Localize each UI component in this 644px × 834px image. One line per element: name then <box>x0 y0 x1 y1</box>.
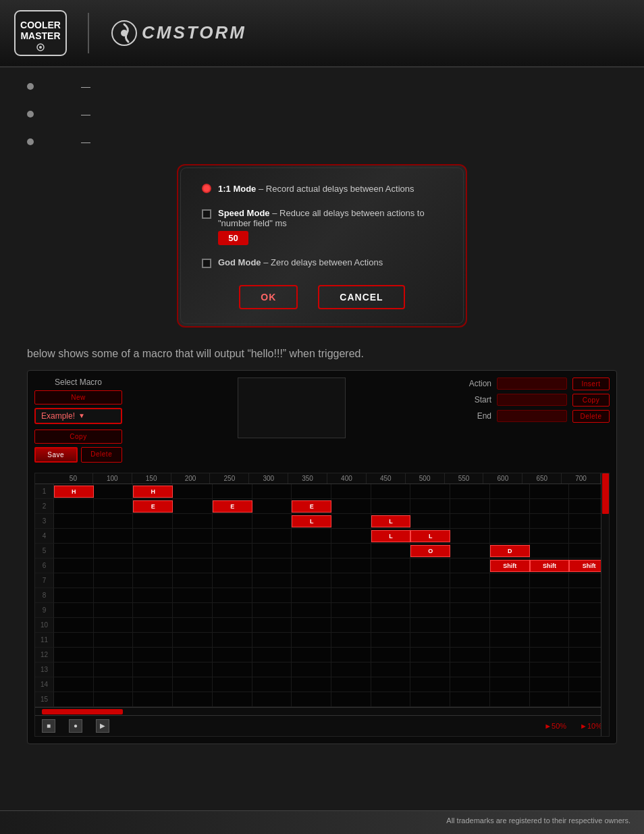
cell-1-9[interactable] <box>410 484 450 498</box>
cell-5-12[interactable] <box>530 544 570 558</box>
cell-10-8[interactable] <box>371 618 411 632</box>
cell-2-3[interactable] <box>173 499 213 513</box>
speed-50-label[interactable]: ►50% <box>544 722 566 730</box>
cell-8-10[interactable] <box>450 588 490 602</box>
cell-12-3[interactable] <box>173 648 213 662</box>
cell-12-7[interactable] <box>331 648 371 662</box>
cell-7-1[interactable] <box>94 573 134 588</box>
cell-4-10[interactable] <box>450 529 490 543</box>
cell-4-6[interactable] <box>292 529 331 543</box>
copy-button-2[interactable]: Copy <box>572 394 610 407</box>
cell-11-1[interactable] <box>94 633 134 647</box>
cell-1-1[interactable] <box>94 484 134 498</box>
cell-4-4[interactable] <box>213 529 252 543</box>
cell-2-0[interactable] <box>54 499 94 513</box>
cell-2-8[interactable] <box>371 499 411 513</box>
cell-10-1[interactable] <box>94 618 134 632</box>
cell-2-9[interactable] <box>410 499 450 513</box>
cell-13-3[interactable] <box>173 662 213 677</box>
cell-4-0[interactable] <box>54 529 94 543</box>
cell-15-5[interactable] <box>252 692 292 706</box>
cell-6-2[interactable] <box>133 558 173 573</box>
cell-11-9[interactable] <box>410 633 450 647</box>
cell-8-3[interactable] <box>173 588 213 602</box>
cell-13-11[interactable] <box>490 662 530 677</box>
cell-8-5[interactable] <box>252 588 292 602</box>
cell-4-2[interactable] <box>133 529 173 543</box>
cell-9-1[interactable] <box>94 603 134 617</box>
cell-9-11[interactable] <box>490 603 530 617</box>
cell-8-8[interactable] <box>371 588 411 602</box>
cell-11-6[interactable] <box>292 633 331 647</box>
cell-10-11[interactable] <box>490 618 530 632</box>
cell-13-2[interactable] <box>133 662 173 677</box>
cell-1-4[interactable] <box>213 484 252 498</box>
cell-9-4[interactable] <box>213 603 252 617</box>
ok-button[interactable]: OK <box>239 285 298 309</box>
cell-5-3[interactable] <box>173 544 213 558</box>
cell-11-0[interactable] <box>54 633 94 647</box>
cell-14-8[interactable] <box>371 677 411 692</box>
timeline-block-3-L[interactable]: L <box>292 515 331 527</box>
cell-2-12[interactable] <box>530 499 570 513</box>
cell-11-4[interactable] <box>213 633 252 647</box>
cell-11-5[interactable] <box>252 633 292 647</box>
cell-9-0[interactable] <box>54 603 94 617</box>
cell-14-1[interactable] <box>94 677 134 692</box>
cell-10-2[interactable] <box>133 618 173 632</box>
cell-3-9[interactable] <box>410 514 450 528</box>
timeline-scrollbar-thumb[interactable] <box>42 709 123 714</box>
cell-1-5[interactable] <box>252 484 292 498</box>
timeline-block-6-Shift[interactable]: Shift <box>609 560 610 572</box>
cell-13-4[interactable] <box>213 662 252 677</box>
cell-6-8[interactable] <box>371 558 411 573</box>
cell-7-4[interactable] <box>213 573 252 588</box>
cell-3-4[interactable] <box>213 514 252 528</box>
cell-14-2[interactable] <box>133 677 173 692</box>
cell-11-8[interactable] <box>371 633 411 647</box>
cell-13-10[interactable] <box>450 662 490 677</box>
cell-4-12[interactable] <box>530 529 570 543</box>
cell-6-5[interactable] <box>252 558 292 573</box>
timeline-block-5-O[interactable]: O <box>410 545 450 557</box>
cell-2-1[interactable] <box>94 499 134 513</box>
cell-1-7[interactable] <box>331 484 371 498</box>
record-button[interactable]: ● <box>69 719 82 733</box>
cell-15-3[interactable] <box>173 692 213 706</box>
cell-11-12[interactable] <box>530 633 570 647</box>
cell-3-0[interactable] <box>54 514 94 528</box>
cell-14-9[interactable] <box>410 677 450 692</box>
cell-15-4[interactable] <box>213 692 252 706</box>
cell-15-1[interactable] <box>94 692 134 706</box>
cell-15-7[interactable] <box>331 692 371 706</box>
cell-4-3[interactable] <box>173 529 213 543</box>
cell-2-11[interactable] <box>490 499 530 513</box>
cell-9-7[interactable] <box>331 603 371 617</box>
cell-11-7[interactable] <box>331 633 371 647</box>
cell-10-12[interactable] <box>530 618 570 632</box>
stop-button[interactable]: ■ <box>42 719 55 733</box>
cell-15-8[interactable] <box>371 692 411 706</box>
speed-value-field[interactable]: 50 <box>218 231 248 245</box>
cell-2-10[interactable] <box>450 499 490 513</box>
cell-11-2[interactable] <box>133 633 173 647</box>
cell-2-5[interactable] <box>252 499 292 513</box>
cell-10-7[interactable] <box>331 618 371 632</box>
cell-10-4[interactable] <box>213 618 252 632</box>
cell-3-7[interactable] <box>331 514 371 528</box>
cell-12-5[interactable] <box>252 648 292 662</box>
end-input[interactable] <box>497 410 567 422</box>
cell-8-0[interactable] <box>54 588 94 602</box>
god-mode-checkbox[interactable] <box>202 259 211 268</box>
cell-13-6[interactable] <box>292 662 331 677</box>
cell-4-11[interactable] <box>490 529 530 543</box>
cell-9-10[interactable] <box>450 603 490 617</box>
cell-10-3[interactable] <box>173 618 213 632</box>
cell-13-12[interactable] <box>530 662 570 677</box>
cell-7-3[interactable] <box>173 573 213 588</box>
cell-10-10[interactable] <box>450 618 490 632</box>
cell-8-4[interactable] <box>213 588 252 602</box>
start-input[interactable] <box>497 394 567 406</box>
cell-15-2[interactable] <box>133 692 173 706</box>
cell-1-8[interactable] <box>371 484 411 498</box>
